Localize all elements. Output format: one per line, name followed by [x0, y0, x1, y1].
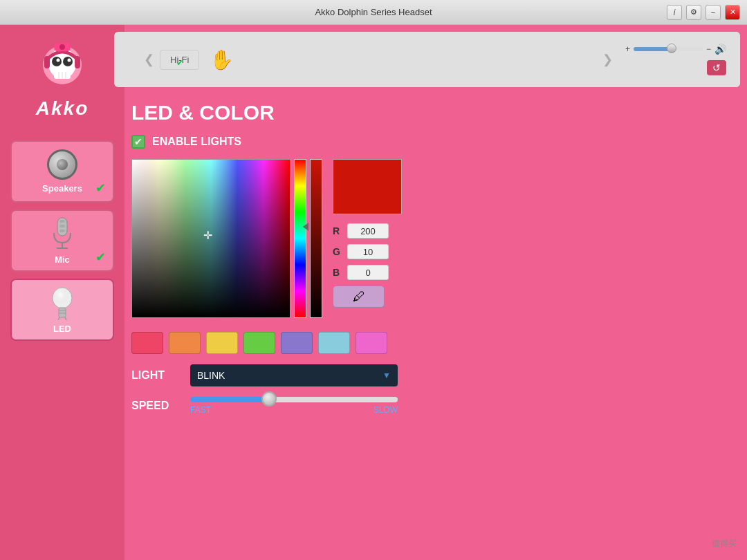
- svg-line-27: [65, 317, 66, 320]
- mic-icon: [48, 216, 76, 251]
- svg-point-22: [53, 288, 72, 308]
- top-bar: ❮ Hi-Fi ✔ ✋ ❯ + − 🔊: [124, 32, 740, 87]
- window-controls: i ⚙ − ✕: [667, 5, 740, 20]
- rgb-section: R 200 G 10 B 0 🖊: [333, 159, 402, 308]
- hue-handle[interactable]: [303, 223, 308, 231]
- swatch-orange[interactable]: [169, 332, 201, 354]
- svg-point-2: [52, 57, 62, 66]
- color-preview: [333, 159, 402, 214]
- sidebar-item-mic[interactable]: Mic ✔: [10, 209, 114, 272]
- window-title: Akko Dolphin Series Headset: [315, 7, 432, 17]
- settings-button[interactable]: ⚙: [686, 5, 701, 20]
- speakers-check-icon: ✔: [95, 180, 106, 196]
- swatch-pink[interactable]: [356, 332, 387, 354]
- prev-arrow[interactable]: ❮: [138, 52, 160, 67]
- color-picker: ✛: [131, 159, 322, 318]
- light-mode-row: LIGHT BLINK ▼: [131, 364, 733, 386]
- plus-label: +: [625, 44, 630, 54]
- light-mode-value: BLINK: [197, 370, 225, 381]
- svg-rect-16: [59, 220, 65, 223]
- g-input[interactable]: 10: [347, 244, 389, 259]
- speed-slow-label: SLOW: [374, 405, 398, 415]
- eyedropper-button[interactable]: 🖊: [333, 286, 385, 308]
- main-panel: LED & COLOR ✔ ENABLE LIGHTS ✛: [124, 87, 747, 560]
- swatch-yellow[interactable]: [206, 332, 238, 354]
- rgb-r-row: R 200: [333, 223, 402, 239]
- sidebar: Akko Speakers ✔ Mic ✔: [0, 25, 124, 560]
- info-button[interactable]: i: [667, 5, 682, 20]
- volume-handle[interactable]: [667, 44, 676, 53]
- b-label: B: [333, 267, 343, 278]
- refresh-button[interactable]: ↺: [707, 60, 726, 75]
- color-area: ✛ R 200 G: [131, 159, 733, 318]
- svg-rect-18: [59, 230, 65, 232]
- speed-label: SPEED: [131, 400, 180, 412]
- speed-row: SPEED FAST SLOW: [131, 397, 733, 415]
- enable-lights-label: ENABLE LIGHTS: [152, 136, 241, 148]
- main-container: Akko Speakers ✔ Mic ✔: [0, 25, 747, 560]
- swatch-purple[interactable]: [281, 332, 313, 354]
- rgb-b-row: B 0: [333, 265, 402, 280]
- speed-track[interactable]: [190, 397, 398, 402]
- sidebar-item-led[interactable]: LED: [10, 279, 114, 341]
- svg-point-3: [63, 57, 73, 66]
- minus-label: −: [706, 44, 711, 54]
- minimize-button[interactable]: −: [706, 5, 721, 20]
- next-arrow[interactable]: ❯: [597, 52, 618, 67]
- sidebar-item-speakers[interactable]: Speakers ✔: [10, 140, 114, 203]
- led-label: LED: [53, 324, 71, 334]
- speed-slider-container: FAST SLOW: [190, 397, 398, 415]
- g-label: G: [333, 246, 343, 257]
- mic-label: Mic: [55, 254, 70, 265]
- volume-slider[interactable]: [634, 47, 703, 51]
- hand-icon: ✋: [210, 48, 234, 71]
- svg-point-5: [68, 59, 71, 62]
- speaker-icon: [47, 149, 77, 180]
- volume-icon: 🔊: [714, 44, 726, 55]
- speed-handle[interactable]: [261, 391, 277, 407]
- mic-check-icon: ✔: [95, 250, 106, 265]
- r-label: R: [333, 225, 343, 236]
- led-icon: [47, 286, 77, 320]
- watermark: 值得买: [712, 538, 737, 550]
- logo-area: Akko: [35, 39, 90, 120]
- close-button[interactable]: ✕: [725, 5, 740, 20]
- svg-rect-17: [59, 225, 65, 227]
- light-label: LIGHT: [131, 369, 180, 382]
- swatches-row: [131, 332, 733, 354]
- r-input[interactable]: 200: [347, 223, 389, 239]
- content-area: ❮ Hi-Fi ✔ ✋ ❯ + − 🔊: [124, 25, 747, 560]
- light-mode-select[interactable]: BLINK ▼: [190, 364, 398, 386]
- select-arrow-icon: ▼: [382, 371, 391, 380]
- alpha-bar[interactable]: [310, 159, 322, 318]
- logo-text: Akko: [36, 97, 89, 120]
- eyedropper-icon: 🖊: [353, 290, 365, 304]
- speed-fast-label: FAST: [190, 405, 211, 415]
- hifi-check-icon: ✔: [176, 58, 183, 68]
- rgb-g-row: G 10: [333, 244, 402, 259]
- logo-skull-icon: [35, 39, 90, 94]
- b-input[interactable]: 0: [347, 265, 389, 280]
- color-gradient-canvas[interactable]: ✛: [131, 159, 290, 318]
- speakers-label: Speakers: [42, 183, 82, 194]
- enable-lights-checkbox[interactable]: ✔: [131, 135, 145, 149]
- svg-point-4: [57, 59, 60, 62]
- enable-lights-row: ✔ ENABLE LIGHTS: [131, 135, 733, 149]
- swatch-green[interactable]: [243, 332, 275, 354]
- hifi-badge: Hi-Fi ✔: [160, 50, 199, 70]
- swatch-red[interactable]: [131, 332, 163, 354]
- svg-line-26: [58, 317, 59, 320]
- swatch-lightblue[interactable]: [318, 332, 350, 354]
- svg-rect-23: [59, 308, 66, 317]
- hue-bar[interactable]: [294, 159, 306, 318]
- svg-point-14: [59, 44, 65, 50]
- section-title: LED & COLOR: [131, 101, 733, 124]
- title-bar: Akko Dolphin Series Headset i ⚙ − ✕: [0, 0, 747, 25]
- speed-labels: FAST SLOW: [190, 405, 398, 415]
